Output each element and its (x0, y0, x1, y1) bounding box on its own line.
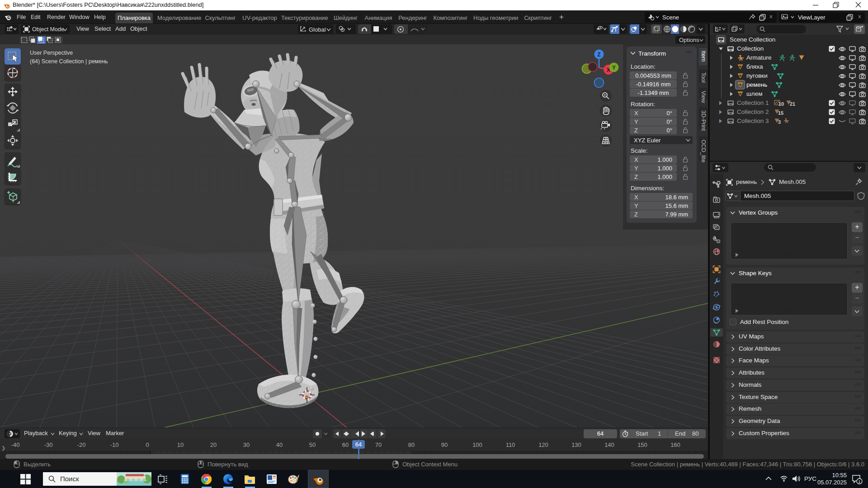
svg-text:1: 1 (858, 479, 860, 484)
svg-text:Z: Z (597, 52, 600, 58)
svg-text:Y: Y (612, 65, 616, 71)
